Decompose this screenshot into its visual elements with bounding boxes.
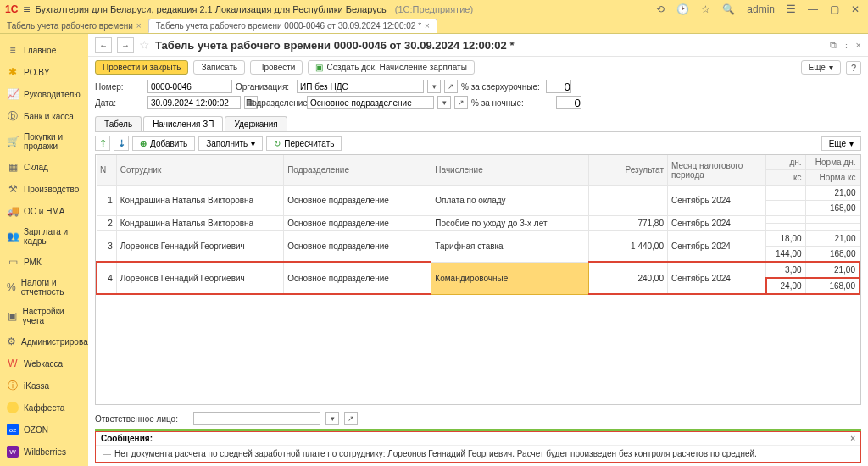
subtab-tabel[interactable]: Табель — [95, 116, 142, 131]
tab-timesheet-doc[interactable]: Табель учета рабочего времени 0000-0046 … — [148, 19, 437, 33]
pct-night-field[interactable] — [556, 96, 581, 109]
doc-fields: Номер: 0000-0046 Организация: ИП без НДС… — [88, 78, 868, 114]
col-dn[interactable]: дн. — [766, 155, 805, 170]
date-field[interactable]: 30.09.2024 12:00:02 — [147, 96, 241, 109]
table-row[interactable]: 3Лореонов Геннадий ГеоргиевичОсновное по… — [97, 231, 860, 247]
col-norm-kc[interactable]: Норма кс — [805, 170, 860, 186]
tab-timesheet-list[interactable]: Табель учета рабочего времени × — [0, 19, 148, 33]
sidebar-item-po.by[interactable]: ✱PO.BY — [0, 61, 88, 83]
more-button[interactable]: Еще ▾ — [801, 60, 841, 75]
nav-label: Администрирование — [21, 337, 88, 347]
nav-label: OZON — [24, 425, 48, 435]
org-field[interactable]: ИП без НДС — [297, 80, 424, 93]
nav-icon: 📈 — [7, 88, 19, 100]
sidebar-item-зарплата-и-кадры[interactable]: 👥Зарплата и кадры — [0, 222, 88, 251]
sidebar-item-wildberries[interactable]: WWildberries — [0, 441, 88, 463]
save-close-button[interactable]: Провести и закрыть — [95, 60, 188, 75]
maximize-icon[interactable]: ▢ — [826, 3, 843, 15]
table-row[interactable]: 4Лореонов Геннадий ГеоргиевичОсновное по… — [97, 262, 860, 278]
table-row[interactable]: 2Кондрашина Наталья ВикторовнаОсновное п… — [97, 216, 860, 224]
move-down-button[interactable]: ⇣ — [114, 136, 129, 151]
sidebar-item-производство[interactable]: ⚒Производство — [0, 178, 88, 200]
minimize-icon[interactable]: — — [804, 3, 821, 15]
open-icon[interactable]: ↗ — [344, 412, 358, 425]
col-norm-dn[interactable]: Норма дн. — [805, 155, 860, 170]
col-n[interactable]: N — [97, 155, 116, 186]
recalc-button[interactable]: ↻Пересчитать — [266, 136, 342, 151]
save-button[interactable]: Записать — [193, 60, 245, 75]
more-button[interactable]: Еще ▾ — [821, 136, 861, 151]
nav-icon: oz — [7, 424, 19, 435]
open-icon[interactable]: ↗ — [454, 96, 468, 109]
sidebar-item-налоги-и-отчетность[interactable]: %Налоги и отчетность — [0, 273, 88, 302]
close-icon[interactable]: ✕ — [848, 3, 863, 15]
post-button[interactable]: Провести — [250, 60, 303, 75]
col-period[interactable]: Месяц налогового периода — [668, 155, 766, 186]
close-icon[interactable]: × — [136, 21, 142, 31]
col-kc[interactable]: кс — [766, 170, 805, 186]
sidebar-item-каффеста[interactable]: Каффеста — [0, 397, 88, 419]
kebab-icon[interactable]: ⋮ — [842, 40, 851, 51]
nav-label: Wildberries — [24, 447, 66, 457]
sidebar-item-настройки-учета[interactable]: ▣Настройки учета — [0, 302, 88, 330]
responsible-field[interactable] — [193, 412, 320, 425]
col-dep[interactable]: Подразделение — [284, 155, 431, 186]
nav-label: РМК — [24, 258, 42, 267]
sidebar: ≡Главное✱PO.BY📈РуководителюⓑБанк и касса… — [0, 34, 88, 466]
col-res[interactable]: Результат — [589, 155, 668, 186]
sidebar-item-администрирование[interactable]: ⚙Администрирование — [0, 330, 88, 352]
close-doc-icon[interactable]: × — [856, 40, 861, 51]
col-emp[interactable]: Сотрудник — [116, 155, 283, 186]
forward-button[interactable]: → — [117, 37, 134, 53]
nav-label: Настройки учета — [23, 307, 81, 325]
sidebar-item-банк-и-касса[interactable]: ⓑБанк и касса — [0, 105, 88, 127]
grid[interactable]: N Сотрудник Подразделение Начисление Рез… — [95, 154, 861, 405]
pct-over-field[interactable] — [546, 80, 571, 93]
table-row[interactable]: 1Кондрашина Наталья ВикторовнаОсновное п… — [97, 186, 860, 201]
search-icon[interactable]: 🔍 — [719, 3, 738, 15]
tabstrip: Табель учета рабочего времени × Табель у… — [0, 19, 868, 34]
sidebar-item-главное[interactable]: ≡Главное — [0, 39, 88, 61]
dropdown-icon[interactable]: ▾ — [437, 96, 451, 109]
star-icon[interactable]: ☆ — [698, 3, 714, 15]
nav-icon: ⓑ — [7, 110, 19, 122]
dropdown-icon[interactable]: ▾ — [326, 412, 339, 425]
sidebar-item-webкасса[interactable]: WWebкасса — [0, 352, 88, 374]
dep-field[interactable]: Основное подразделение — [307, 96, 434, 109]
sidebar-item-руководителю[interactable]: 📈Руководителю — [0, 83, 88, 105]
create-salary-button[interactable]: ▣Создать док. Начисление зарплаты — [308, 60, 474, 75]
sidebar-item-ikassa[interactable]: ⓘiKassa — [0, 374, 88, 397]
sidebar-item-ос-и-нма[interactable]: 🚚ОС и НМА — [0, 200, 88, 222]
nav-icon: 👥 — [7, 230, 19, 242]
col-nac[interactable]: Начисление — [431, 155, 589, 186]
bell-icon[interactable]: 🕑 — [673, 3, 693, 15]
number-label: Номер: — [95, 82, 144, 92]
subtab-uderzhaniya[interactable]: Удержания — [225, 116, 287, 131]
subtab-nachisleniya[interactable]: Начисления ЗП — [143, 116, 223, 131]
back-button[interactable]: ← — [95, 37, 112, 53]
help-button[interactable]: ? — [846, 61, 861, 75]
nav-icon: 🛒 — [7, 136, 19, 147]
document-area: ← → ☆ Табель учета рабочего времени 0000… — [88, 34, 868, 466]
responsible-label: Ответственное лицо: — [95, 414, 188, 424]
fill-button[interactable]: Заполнить ▾ — [198, 136, 263, 151]
add-row-button[interactable]: ⊕Добавить — [132, 136, 195, 151]
close-icon[interactable]: × — [425, 21, 430, 31]
sidebar-item-ozon[interactable]: ozOZON — [0, 419, 88, 441]
number-field[interactable]: 0000-0046 — [147, 80, 232, 93]
options-icon[interactable]: ☰ — [783, 3, 799, 15]
open-icon[interactable]: ↗ — [444, 80, 458, 93]
sidebar-item-рмк[interactable]: ▭РМК — [0, 251, 88, 273]
move-up-button[interactable]: ⇡ — [95, 136, 110, 151]
dropdown-icon[interactable]: ▾ — [427, 80, 441, 93]
subtabs: Табель Начисления ЗП Удержания — [95, 116, 861, 132]
sidebar-item-покупки-и-продажи[interactable]: 🛒Покупки и продажи — [0, 127, 88, 156]
nav-icon: ▣ — [7, 310, 18, 322]
favorite-icon[interactable]: ☆ — [139, 38, 150, 52]
open-external-icon[interactable]: ⧉ — [830, 40, 837, 51]
sidebar-item-склад[interactable]: ▦Склад — [0, 156, 88, 178]
tab-label: Табель учета рабочего времени 0000-0046 … — [156, 21, 421, 31]
close-icon[interactable]: × — [850, 434, 855, 443]
nav-back-icon[interactable]: ⟲ — [653, 3, 668, 15]
menu-icon[interactable]: ≡ — [23, 3, 30, 16]
